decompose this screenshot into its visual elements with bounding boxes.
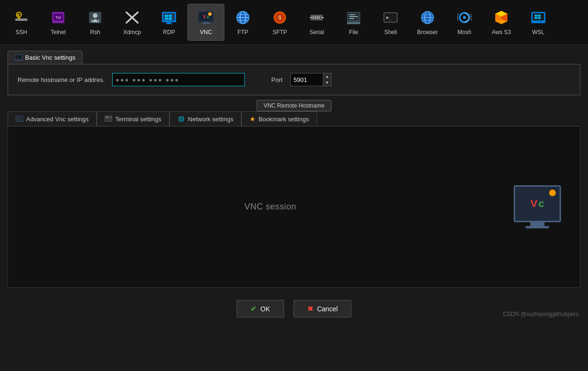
tooltip-area: VNC Remote Hostname [8,100,580,111]
toolbar-item-ssh[interactable]: SSH [3,4,40,41]
network-tab-icon [178,116,185,122]
svg-rect-49 [349,14,355,15]
svg-rect-67 [533,13,544,20]
tab-advanced-vnc-label: Advanced Vnc settings [26,116,89,123]
bottom-bar: ✔ OK ✖ Cancel CSDN @xuzhiyonggithubpers [0,293,588,324]
telnet-label: Telnet [51,29,66,36]
hostname-label: Remote hostname or IP addres. [18,76,105,83]
svg-rect-19 [169,15,172,17]
settings-panel: Remote hostname or IP addres. Port 5901 … [8,64,580,95]
sftp-label: SFTP [273,29,287,36]
toolbar-item-sftp[interactable]: S SFTP [261,4,298,41]
toolbar-item-awss3[interactable]: Aws S3 [483,4,520,41]
file-label: File [349,29,358,36]
cancel-button[interactable]: ✖ Cancel [294,300,352,317]
vnc-monitor-stand [530,222,544,226]
svg-rect-50 [349,16,358,17]
svg-rect-21 [169,18,172,20]
tab-bookmark-label: Bookmark settings [258,116,309,123]
vnc-tab-icon: V c [15,54,22,61]
svg-rect-51 [349,18,354,19]
rsh-icon [87,9,104,26]
svg-rect-28 [204,22,208,23]
svg-rect-70 [535,17,537,19]
svg-rect-68 [535,15,537,17]
vnc-icon: V c a [197,9,214,26]
xdmcp-icon [124,9,141,26]
toolbar-item-xdmcp[interactable]: Xdmcp [114,4,151,41]
svg-rect-17 [166,23,172,24]
svg-rect-18 [165,15,168,17]
toolbar-item-ftp[interactable]: FTP [224,4,261,41]
tab-terminal-label: Terminal settings [115,116,161,123]
svg-text:V: V [17,56,18,59]
basic-tab-label: Basic Vnc settings [25,54,75,61]
ssh-icon [13,9,30,26]
svg-text:S: S [278,15,282,20]
browser-label: Browser [417,29,438,36]
svg-rect-29 [202,23,210,24]
vnc-monitor-base [526,226,549,228]
bookmark-star-icon: ★ [249,115,256,123]
cancel-label: Cancel [317,305,338,313]
svg-point-8 [93,13,98,18]
shell-label: Shell [384,29,397,36]
tab-advanced-vnc[interactable]: V c Advanced Vnc settings [8,111,97,126]
tab-terminal[interactable]: Terminal settings [97,111,169,126]
watermark: CSDN @xuzhiyonggithubpers [503,311,579,317]
tooltip-box: VNC Remote Hostname [257,100,332,111]
terminal-tab-icon [105,116,112,122]
svg-point-3 [18,14,20,16]
svg-text:▶_: ▶_ [386,15,392,20]
toolbar-item-shell[interactable]: ▶_ Shell [372,4,409,41]
ok-label: OK [260,305,270,313]
vnc-orange-dot [549,190,556,196]
ftp-label: FTP [238,29,249,36]
svg-rect-0 [15,18,27,21]
port-label: Port [271,76,283,83]
serial-icon [308,9,325,26]
sftp-icon: S [271,9,288,26]
ok-button[interactable]: ✔ OK [237,300,284,317]
svg-rect-81 [109,116,112,118]
ok-icon: ✔ [250,304,257,313]
svg-text:Tel: Tel [55,15,61,20]
svg-point-61 [463,16,466,19]
toolbar-item-telnet[interactable]: Tel Telnet [40,4,77,41]
rdp-label: RDP [163,29,175,36]
toolbar-item-wsl[interactable]: WSL [520,4,557,41]
toolbar-item-file[interactable]: File [335,4,372,41]
xdmcp-label: Xdmcp [123,29,141,36]
toolbar-item-rdp[interactable]: RDP [151,4,187,41]
svg-rect-48 [347,22,360,24]
tab-network[interactable]: Network settings [169,111,241,126]
vnc-monitor: V c [514,185,561,222]
toolbar-item-mosh[interactable]: Mosh [446,4,483,41]
toolbar-item-browser[interactable]: Browser [409,4,446,41]
vnc-logo-text: V c [531,198,544,210]
vnc-logo: V c [514,185,561,228]
rsh-label: Rsh [90,29,100,36]
tab-bookmark[interactable]: ★ Bookmark settings [241,111,317,126]
hostname-input[interactable] [112,73,245,86]
port-increment-button[interactable]: ▲ [323,73,331,80]
serial-label: Serial [310,29,324,36]
ftp-icon [234,9,251,26]
basic-vnc-tab[interactable]: V c Basic Vnc settings [8,51,82,64]
hostname-row: Remote hostname or IP addres. Port 5901 … [18,73,570,86]
browser-icon [419,9,436,26]
file-icon [345,9,362,26]
toolbar-item-vnc[interactable]: V c a VNC [187,4,224,41]
toolbar-item-serial[interactable]: Serial [298,4,335,41]
wsl-label: WSL [532,29,544,36]
secondary-tab-row: V c Advanced Vnc settings Terminal setti… [8,111,580,127]
port-input-wrapper: 5901 ▲ ▼ [290,73,331,86]
port-decrement-button[interactable]: ▼ [323,80,331,86]
main-content: V c Basic Vnc settings Remote hostname o… [0,45,588,293]
toolbar-item-rsh[interactable]: Rsh [77,4,114,41]
mosh-label: Mosh [457,29,471,36]
basic-tab-row: V c Basic Vnc settings [8,51,580,64]
svg-rect-69 [538,15,541,17]
svg-text:V: V [203,14,206,19]
port-input[interactable]: 5901 [290,73,323,86]
